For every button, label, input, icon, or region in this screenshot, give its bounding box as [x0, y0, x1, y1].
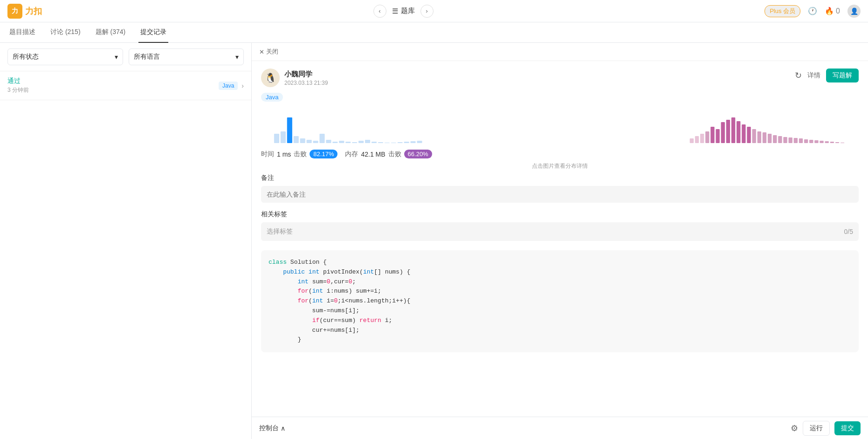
user-avatar[interactable]: 👤: [847, 5, 861, 18]
code-line-8: cur+=nums[i];: [269, 326, 851, 336]
tags-count: 0/5: [844, 228, 853, 235]
svg-rect-13: [358, 141, 364, 143]
chart-note: 点击图片查看分布详情: [261, 162, 859, 170]
detail-button[interactable]: 详情: [807, 71, 820, 80]
console-button[interactable]: 控制台 ∧: [259, 424, 285, 432]
svg-rect-37: [763, 132, 766, 143]
run-button[interactable]: 运行: [803, 421, 830, 436]
user-date: 2023.03.13 21:39: [284, 80, 328, 86]
svg-rect-2: [287, 117, 292, 143]
close-button[interactable]: ✕ 关闭: [259, 48, 278, 56]
svg-rect-12: [352, 142, 357, 143]
svg-rect-14: [365, 140, 370, 143]
left-panel: 所有状态 ▾ 所有语言 ▾ 通过 3 分钟前 Java ›: [0, 43, 252, 439]
code-line-3: int sum=0,cur=0;: [269, 277, 851, 287]
problem-library-link[interactable]: ☰ 题库: [392, 7, 415, 15]
svg-rect-8: [326, 140, 331, 143]
write-solution-button[interactable]: 写题解: [826, 69, 859, 82]
close-bar: ✕ 关闭: [252, 43, 868, 61]
lang-filter-label: 所有语言: [134, 53, 160, 61]
tags-input[interactable]: 选择标签 0/5: [261, 222, 859, 241]
svg-rect-0: [274, 134, 279, 143]
svg-rect-38: [768, 134, 772, 143]
nav-right: Plus 会员 🕐 🔥 0 👤: [765, 5, 861, 18]
submission-status: 通过: [7, 77, 29, 85]
svg-rect-7: [319, 134, 324, 143]
svg-rect-44: [799, 138, 803, 143]
status-chevron-icon: ▾: [115, 53, 118, 61]
svg-rect-10: [339, 141, 344, 143]
nav-left: 力 力扣: [7, 4, 42, 19]
sub-nav: 题目描述 讨论 (215) 题解 (374) 提交记录: [0, 22, 868, 43]
svg-rect-6: [313, 141, 318, 143]
tags-placeholder: 选择标签: [267, 227, 293, 236]
refresh-button[interactable]: ↻: [795, 70, 802, 81]
mem-value: 42.1 MB: [361, 151, 385, 158]
code-line-7: if(cur==sum) return i;: [269, 316, 851, 326]
tab-submissions[interactable]: 提交记录: [138, 22, 168, 43]
time-chart-svg[interactable]: [261, 108, 560, 145]
fire-count: 0: [836, 7, 840, 15]
user-info-left: 🐧 小魏同学 2023.03.13 21:39: [261, 69, 328, 87]
hamburger-icon: ☰: [392, 7, 398, 15]
svg-rect-22: [417, 141, 422, 143]
settings-icon[interactable]: ⚙: [791, 423, 798, 433]
submit-button[interactable]: 提交: [834, 421, 861, 435]
user-meta: 小魏同学 2023.03.13 21:39: [284, 70, 328, 86]
chevron-up-icon: ∧: [281, 425, 285, 432]
submission-right: Java ›: [219, 82, 244, 90]
submission-time: 3 分钟前: [7, 86, 29, 94]
svg-rect-31: [731, 117, 735, 143]
tab-discussion[interactable]: 讨论 (215): [48, 22, 83, 43]
svg-rect-23: [690, 138, 694, 143]
top-nav: 力 力扣 ‹ ☰ 题库 › Plus 会员 🕐 🔥 0 👤: [0, 0, 868, 22]
svg-rect-33: [742, 124, 745, 143]
problem-lib-label: 题库: [401, 7, 415, 15]
lang-filter[interactable]: 所有语言 ▾: [129, 48, 244, 65]
submission-item[interactable]: 通过 3 分钟前 Java ›: [0, 71, 251, 100]
status-filter-label: 所有状态: [13, 53, 39, 61]
fire-counter[interactable]: 🔥 0: [825, 7, 840, 15]
right-panel: ✕ 关闭 🐧 小魏同学 2023.03.13 21:39 ↻ 详情 写题解: [252, 43, 868, 439]
remark-label: 备注: [261, 174, 859, 182]
code-line-1: class Solution {: [269, 258, 851, 268]
chevron-left-icon: ‹: [379, 7, 380, 14]
svg-rect-28: [716, 129, 719, 143]
plus-member-button[interactable]: Plus 会员: [765, 5, 800, 17]
code-block: class Solution { public int pivotIndex(i…: [261, 250, 859, 352]
timer-icon[interactable]: 🕐: [808, 7, 817, 15]
svg-rect-46: [809, 140, 813, 143]
svg-rect-16: [378, 142, 383, 143]
logo[interactable]: 力 力扣: [7, 4, 42, 19]
svg-rect-17: [385, 143, 390, 143]
svg-rect-47: [814, 140, 818, 143]
svg-rect-36: [758, 131, 761, 143]
code-line-9: }: [269, 335, 851, 345]
svg-rect-51: [835, 142, 839, 143]
stats-row: 时间 1 ms 击败 82.17% 内存 42.1 MB 击败 66.20%: [261, 150, 859, 158]
memory-chart: [560, 108, 859, 147]
svg-rect-3: [294, 136, 299, 143]
tab-solution[interactable]: 题解 (374): [94, 22, 128, 43]
memory-chart-svg[interactable]: [560, 108, 859, 145]
console-label: 控制台: [259, 424, 279, 432]
code-line-6: sum-=nums[i];: [269, 306, 851, 316]
close-icon: ✕: [259, 48, 264, 55]
svg-rect-40: [778, 136, 782, 143]
prev-problem-button[interactable]: ‹: [373, 5, 386, 18]
remark-input[interactable]: [261, 186, 859, 203]
tags-label: 相关标签: [261, 210, 859, 219]
status-filter[interactable]: 所有状态 ▾: [7, 48, 123, 65]
time-label: 时间: [261, 150, 274, 158]
svg-rect-4: [300, 138, 305, 143]
tab-description[interactable]: 题目描述: [7, 22, 37, 43]
next-problem-button[interactable]: ›: [420, 5, 434, 18]
submission-left: 通过 3 分钟前: [7, 77, 29, 94]
svg-rect-9: [332, 142, 338, 143]
fire-icon: 🔥: [825, 7, 834, 15]
time-value: 1 ms: [277, 151, 291, 158]
beat-label-mem: 击败: [388, 150, 401, 158]
svg-rect-45: [804, 139, 808, 143]
svg-rect-27: [710, 127, 714, 143]
svg-rect-30: [726, 120, 730, 143]
